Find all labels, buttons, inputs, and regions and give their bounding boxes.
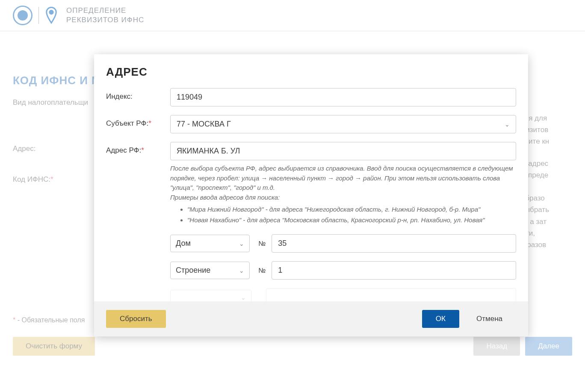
extra-number-input[interactable]	[266, 288, 516, 301]
address-rf-input[interactable]	[170, 142, 516, 160]
number-symbol: №	[258, 240, 266, 248]
number-symbol: №	[258, 267, 266, 274]
chevron-down-icon: ⌄	[239, 267, 244, 274]
divider	[38, 7, 39, 24]
house-type-value: Дом	[176, 239, 191, 248]
app-title-line1: ОПРЕДЕЛЕНИЕ	[66, 6, 144, 15]
subject-label: Субъект РФ:*	[106, 115, 170, 128]
pin-icon	[45, 6, 58, 25]
modal-body[interactable]: Индекс: Субъект РФ:* 77 - МОСКВА Г ⌄ Адр…	[94, 85, 528, 301]
building-type-value: Строение	[176, 266, 210, 275]
address-rf-label: Адрес РФ:*	[106, 142, 170, 155]
modal-title: АДРЕС	[94, 54, 528, 85]
building-number-input[interactable]	[272, 261, 516, 280]
modal-footer: Сбросить ОК Отмена	[94, 301, 528, 336]
chevron-down-icon: ⌄	[505, 121, 510, 128]
subject-select-value: 77 - МОСКВА Г	[177, 120, 231, 129]
cancel-button[interactable]: Отмена	[463, 310, 516, 328]
emblem-icon	[13, 6, 32, 25]
app-header: ОПРЕДЕЛЕНИЕ РЕКВИЗИТОВ ИФНС	[0, 0, 585, 31]
index-input[interactable]	[170, 88, 516, 106]
chevron-down-icon: ⌄	[239, 240, 244, 247]
building-type-select[interactable]: Строение ⌄	[170, 262, 250, 279]
house-type-select[interactable]: Дом ⌄	[170, 235, 250, 252]
svg-point-0	[49, 10, 53, 15]
chevron-down-icon: ⌄	[241, 294, 246, 301]
app-title-line2: РЕКВИЗИТОВ ИФНС	[66, 15, 144, 25]
ok-button[interactable]: ОК	[422, 310, 459, 328]
subject-select[interactable]: 77 - МОСКВА Г ⌄	[170, 115, 516, 133]
address-helper-text: После выбора субъекта РФ, адрес выбирает…	[170, 164, 516, 225]
app-title: ОПРЕДЕЛЕНИЕ РЕКВИЗИТОВ ИФНС	[66, 6, 144, 25]
index-label: Индекс:	[106, 88, 170, 101]
extra-type-select[interactable]: ⌄	[170, 290, 251, 302]
house-number-input[interactable]	[272, 234, 516, 253]
reset-button[interactable]: Сбросить	[106, 310, 166, 328]
address-modal: АДРЕС Индекс: Субъект РФ:* 77 - МОСКВА Г…	[94, 54, 528, 336]
